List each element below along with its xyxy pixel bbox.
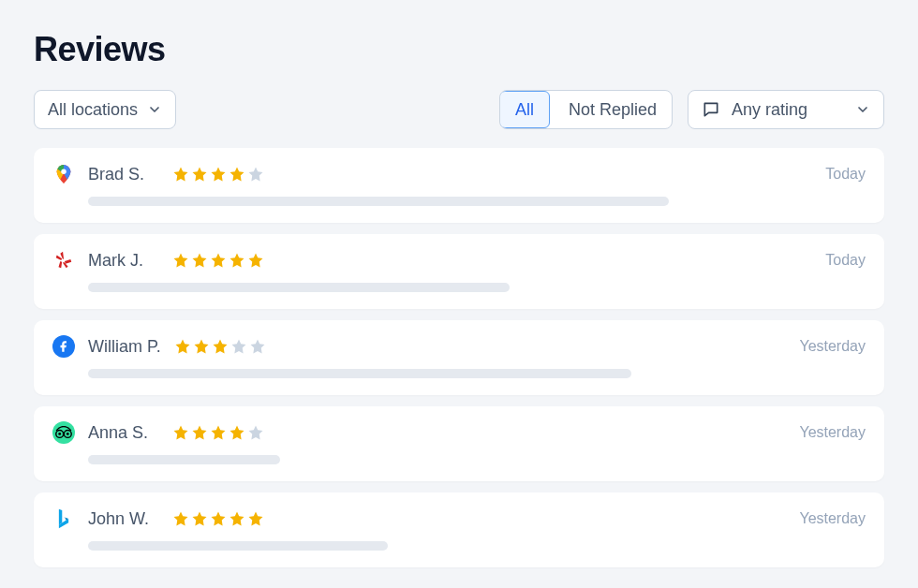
star-icon bbox=[229, 166, 245, 183]
star-icon bbox=[193, 338, 210, 355]
review-content-placeholder bbox=[88, 283, 510, 292]
review-content-placeholder bbox=[88, 369, 631, 378]
filter-toolbar: All locations All Not Replied Any rating bbox=[34, 90, 884, 129]
reviewer-name: William P. bbox=[88, 337, 161, 357]
location-dropdown[interactable]: All locations bbox=[34, 90, 176, 129]
rating-stars bbox=[172, 166, 264, 183]
rating-stars bbox=[172, 424, 264, 441]
star-icon bbox=[247, 510, 264, 527]
review-card[interactable]: Anna S. Yesterday bbox=[34, 406, 884, 481]
star-icon bbox=[249, 338, 266, 355]
star-icon bbox=[229, 510, 245, 527]
star-icon bbox=[229, 252, 245, 269]
reviewer-name: Anna S. bbox=[88, 423, 159, 443]
reviewer-name: Brad S. bbox=[88, 165, 159, 184]
svg-point-0 bbox=[61, 169, 67, 175]
chat-bubble-icon bbox=[702, 100, 720, 119]
star-icon bbox=[191, 510, 208, 527]
reviewer-name: John W. bbox=[88, 509, 159, 529]
review-time: Today bbox=[825, 252, 866, 269]
star-icon bbox=[230, 338, 247, 355]
star-icon bbox=[247, 252, 264, 269]
star-icon bbox=[172, 424, 189, 441]
review-list: Brad S. Today Mark J. Today William P. Y… bbox=[34, 148, 884, 567]
review-card[interactable]: Mark J. Today bbox=[34, 234, 884, 309]
yelp-icon bbox=[52, 249, 75, 272]
star-icon bbox=[191, 424, 208, 441]
star-icon bbox=[212, 338, 229, 355]
chevron-down-icon bbox=[147, 102, 162, 117]
review-time: Today bbox=[825, 166, 866, 183]
rating-dropdown[interactable]: Any rating bbox=[688, 90, 884, 129]
rating-dropdown-label: Any rating bbox=[732, 100, 844, 120]
star-icon bbox=[191, 166, 208, 183]
review-content-placeholder bbox=[88, 197, 669, 206]
tripadvisor-icon bbox=[52, 421, 75, 444]
review-card[interactable]: Brad S. Today bbox=[34, 148, 884, 223]
review-content-placeholder bbox=[88, 455, 280, 464]
segment-not-replied[interactable]: Not Replied bbox=[554, 91, 672, 128]
star-icon bbox=[247, 166, 264, 183]
rating-stars bbox=[172, 510, 264, 527]
chevron-down-icon bbox=[855, 102, 870, 117]
bing-icon bbox=[52, 507, 75, 530]
review-content-placeholder bbox=[88, 541, 388, 551]
page-title: Reviews bbox=[34, 30, 884, 69]
reviewer-name: Mark J. bbox=[88, 251, 159, 271]
location-dropdown-label: All locations bbox=[48, 100, 138, 120]
review-time: Yesterday bbox=[799, 510, 866, 527]
star-icon bbox=[247, 424, 264, 441]
star-icon bbox=[172, 166, 189, 183]
star-icon bbox=[172, 252, 189, 269]
star-icon bbox=[172, 510, 189, 527]
review-card[interactable]: William P. Yesterday bbox=[34, 320, 884, 395]
star-icon bbox=[174, 338, 191, 355]
review-card[interactable]: John W. Yesterday bbox=[34, 492, 884, 567]
review-time: Yesterday bbox=[799, 424, 866, 441]
star-icon bbox=[191, 252, 208, 269]
star-icon bbox=[210, 424, 227, 441]
star-icon bbox=[210, 510, 227, 527]
svg-point-4 bbox=[67, 433, 69, 435]
rating-stars bbox=[174, 338, 266, 355]
reply-filter-segment: All Not Replied bbox=[499, 90, 673, 129]
rating-stars bbox=[172, 252, 264, 269]
facebook-icon bbox=[52, 335, 75, 358]
star-icon bbox=[210, 252, 227, 269]
star-icon bbox=[229, 424, 245, 441]
google-icon bbox=[52, 163, 75, 185]
segment-all[interactable]: All bbox=[499, 91, 550, 128]
star-icon bbox=[210, 166, 227, 183]
review-time: Yesterday bbox=[799, 338, 866, 355]
svg-point-3 bbox=[58, 433, 61, 435]
